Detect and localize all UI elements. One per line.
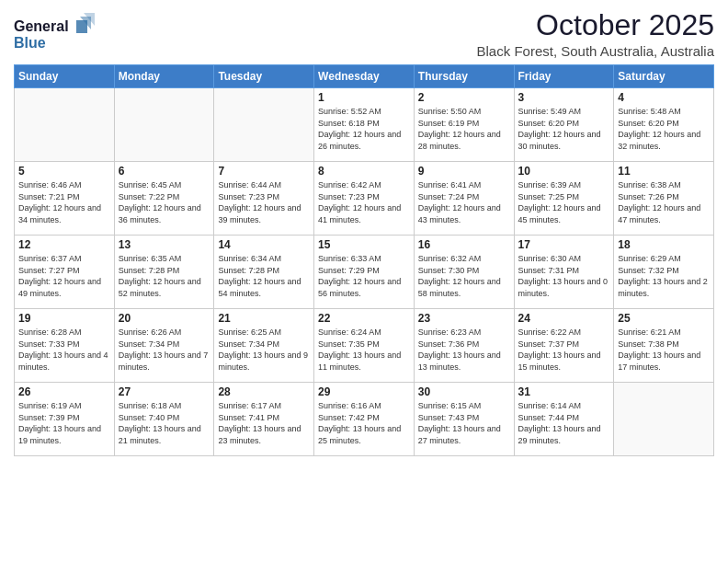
day-info: Sunrise: 5:48 AM Sunset: 6:20 PM Dayligh… — [618, 106, 710, 152]
day-info: Sunrise: 6:24 AM Sunset: 7:35 PM Dayligh… — [318, 327, 410, 373]
day-info: Sunrise: 6:26 AM Sunset: 7:34 PM Dayligh… — [119, 327, 210, 373]
svg-text:Blue: Blue — [14, 35, 46, 51]
calendar-cell: 12Sunrise: 6:37 AM Sunset: 7:27 PM Dayli… — [15, 236, 115, 309]
calendar-cell: 30Sunrise: 6:15 AM Sunset: 7:43 PM Dayli… — [414, 383, 514, 456]
calendar-cell: 25Sunrise: 6:21 AM Sunset: 7:38 PM Dayli… — [614, 309, 714, 383]
day-info: Sunrise: 6:33 AM Sunset: 7:29 PM Dayligh… — [318, 253, 410, 299]
day-info: Sunrise: 6:44 AM Sunset: 7:23 PM Dayligh… — [218, 179, 310, 225]
calendar-cell: 21Sunrise: 6:25 AM Sunset: 7:34 PM Dayli… — [214, 309, 314, 383]
calendar-cell: 19Sunrise: 6:28 AM Sunset: 7:33 PM Dayli… — [15, 309, 115, 383]
day-info: Sunrise: 6:14 AM Sunset: 7:44 PM Dayligh… — [518, 400, 610, 446]
day-info: Sunrise: 6:41 AM Sunset: 7:24 PM Dayligh… — [418, 179, 510, 225]
calendar-cell: 1Sunrise: 5:52 AM Sunset: 6:18 PM Daylig… — [314, 88, 415, 162]
day-number: 15 — [318, 238, 410, 251]
calendar-cell: 7Sunrise: 6:44 AM Sunset: 7:23 PM Daylig… — [214, 162, 314, 236]
day-number: 13 — [119, 238, 210, 251]
month-title: October 2025 — [477, 9, 714, 41]
calendar-day-header: Thursday — [414, 65, 514, 88]
day-number: 14 — [218, 238, 310, 251]
day-info: Sunrise: 6:19 AM Sunset: 7:39 PM Dayligh… — [18, 400, 110, 446]
day-number: 27 — [119, 385, 210, 398]
day-number: 10 — [518, 165, 610, 178]
day-number: 1 — [318, 91, 410, 104]
location-title: Black Forest, South Australia, Australia — [477, 43, 714, 59]
calendar-cell: 11Sunrise: 6:38 AM Sunset: 7:26 PM Dayli… — [614, 162, 714, 236]
day-info: Sunrise: 6:21 AM Sunset: 7:38 PM Dayligh… — [618, 327, 710, 373]
calendar-cell: 26Sunrise: 6:19 AM Sunset: 7:39 PM Dayli… — [15, 383, 115, 456]
calendar-header-row: SundayMondayTuesdayWednesdayThursdayFrid… — [15, 65, 714, 88]
calendar-week-row: 19Sunrise: 6:28 AM Sunset: 7:33 PM Dayli… — [15, 309, 714, 383]
day-number: 31 — [518, 385, 610, 398]
day-number: 2 — [418, 91, 510, 104]
day-number: 28 — [218, 385, 310, 398]
day-info: Sunrise: 6:30 AM Sunset: 7:31 PM Dayligh… — [518, 253, 610, 299]
day-info: Sunrise: 6:39 AM Sunset: 7:25 PM Dayligh… — [518, 179, 610, 225]
calendar-cell: 8Sunrise: 6:42 AM Sunset: 7:23 PM Daylig… — [314, 162, 415, 236]
calendar: SundayMondayTuesdayWednesdayThursdayFrid… — [14, 64, 714, 456]
day-number: 17 — [518, 238, 610, 251]
day-number: 18 — [618, 238, 710, 251]
header: General Blue October 2025 Black Forest, … — [14, 9, 714, 59]
day-info: Sunrise: 6:45 AM Sunset: 7:22 PM Dayligh… — [119, 179, 210, 225]
calendar-cell — [614, 383, 714, 456]
calendar-day-header: Monday — [114, 65, 214, 88]
calendar-week-row: 12Sunrise: 6:37 AM Sunset: 7:27 PM Dayli… — [15, 236, 714, 309]
day-info: Sunrise: 6:29 AM Sunset: 7:32 PM Dayligh… — [618, 253, 710, 299]
day-number: 12 — [18, 238, 110, 251]
day-number: 24 — [518, 312, 610, 325]
logo: General Blue — [14, 13, 97, 57]
calendar-cell: 29Sunrise: 6:16 AM Sunset: 7:42 PM Dayli… — [314, 383, 415, 456]
calendar-day-header: Saturday — [614, 65, 714, 88]
day-info: Sunrise: 6:23 AM Sunset: 7:36 PM Dayligh… — [418, 327, 510, 373]
calendar-cell: 22Sunrise: 6:24 AM Sunset: 7:35 PM Dayli… — [314, 309, 415, 383]
day-number: 19 — [18, 312, 110, 325]
svg-text:General: General — [14, 18, 69, 34]
day-number: 29 — [318, 385, 410, 398]
day-number: 8 — [318, 165, 410, 178]
page-container: General Blue October 2025 Black Forest, … — [0, 0, 728, 465]
day-info: Sunrise: 5:49 AM Sunset: 6:20 PM Dayligh… — [518, 106, 610, 152]
calendar-cell: 27Sunrise: 6:18 AM Sunset: 7:40 PM Dayli… — [114, 383, 214, 456]
calendar-cell: 20Sunrise: 6:26 AM Sunset: 7:34 PM Dayli… — [114, 309, 214, 383]
calendar-cell: 31Sunrise: 6:14 AM Sunset: 7:44 PM Dayli… — [514, 383, 614, 456]
calendar-day-header: Tuesday — [214, 65, 314, 88]
calendar-cell: 15Sunrise: 6:33 AM Sunset: 7:29 PM Dayli… — [314, 236, 415, 309]
day-info: Sunrise: 6:22 AM Sunset: 7:37 PM Dayligh… — [518, 327, 610, 373]
day-number: 21 — [218, 312, 310, 325]
day-number: 23 — [418, 312, 510, 325]
calendar-cell: 18Sunrise: 6:29 AM Sunset: 7:32 PM Dayli… — [614, 236, 714, 309]
day-info: Sunrise: 6:18 AM Sunset: 7:40 PM Dayligh… — [119, 400, 210, 446]
day-number: 3 — [518, 91, 610, 104]
day-number: 6 — [119, 165, 210, 178]
logo-text: General Blue — [14, 13, 97, 57]
calendar-day-header: Wednesday — [314, 65, 415, 88]
day-number: 26 — [18, 385, 110, 398]
calendar-cell — [214, 88, 314, 162]
calendar-cell — [15, 88, 115, 162]
calendar-cell: 6Sunrise: 6:45 AM Sunset: 7:22 PM Daylig… — [114, 162, 214, 236]
day-info: Sunrise: 6:32 AM Sunset: 7:30 PM Dayligh… — [418, 253, 510, 299]
calendar-cell: 5Sunrise: 6:46 AM Sunset: 7:21 PM Daylig… — [15, 162, 115, 236]
title-section: October 2025 Black Forest, South Austral… — [477, 9, 714, 59]
day-number: 30 — [418, 385, 510, 398]
calendar-cell: 14Sunrise: 6:34 AM Sunset: 7:28 PM Dayli… — [214, 236, 314, 309]
calendar-day-header: Friday — [514, 65, 614, 88]
calendar-cell — [114, 88, 214, 162]
day-number: 25 — [618, 312, 710, 325]
day-info: Sunrise: 6:35 AM Sunset: 7:28 PM Dayligh… — [119, 253, 210, 299]
calendar-cell: 28Sunrise: 6:17 AM Sunset: 7:41 PM Dayli… — [214, 383, 314, 456]
calendar-week-row: 26Sunrise: 6:19 AM Sunset: 7:39 PM Dayli… — [15, 383, 714, 456]
day-info: Sunrise: 6:42 AM Sunset: 7:23 PM Dayligh… — [318, 179, 410, 225]
calendar-week-row: 5Sunrise: 6:46 AM Sunset: 7:21 PM Daylig… — [15, 162, 714, 236]
calendar-cell: 16Sunrise: 6:32 AM Sunset: 7:30 PM Dayli… — [414, 236, 514, 309]
day-number: 20 — [119, 312, 210, 325]
calendar-cell: 9Sunrise: 6:41 AM Sunset: 7:24 PM Daylig… — [414, 162, 514, 236]
calendar-cell: 2Sunrise: 5:50 AM Sunset: 6:19 PM Daylig… — [414, 88, 514, 162]
day-info: Sunrise: 6:16 AM Sunset: 7:42 PM Dayligh… — [318, 400, 410, 446]
day-number: 22 — [318, 312, 410, 325]
calendar-cell: 10Sunrise: 6:39 AM Sunset: 7:25 PM Dayli… — [514, 162, 614, 236]
day-number: 16 — [418, 238, 510, 251]
day-info: Sunrise: 6:15 AM Sunset: 7:43 PM Dayligh… — [418, 400, 510, 446]
day-info: Sunrise: 6:37 AM Sunset: 7:27 PM Dayligh… — [18, 253, 110, 299]
calendar-cell: 23Sunrise: 6:23 AM Sunset: 7:36 PM Dayli… — [414, 309, 514, 383]
